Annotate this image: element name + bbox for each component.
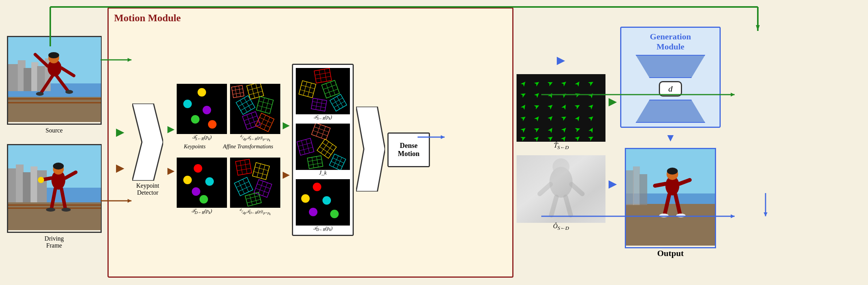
svg-point-83 — [200, 195, 208, 204]
svg-rect-25 — [31, 166, 38, 203]
svg-point-226 — [659, 214, 668, 217]
svg-point-44 — [203, 106, 211, 114]
svg-rect-27 — [8, 202, 101, 230]
green-kp-arrow: ▶ — [167, 124, 174, 134]
driving-kp-image — [177, 158, 227, 208]
to-gen-arrows: ▶ ▶ — [609, 95, 617, 190]
svg-rect-26 — [37, 170, 47, 203]
svg-point-80 — [183, 176, 192, 184]
svg-point-166 — [309, 208, 317, 216]
bridge-driving-kp-image — [296, 179, 350, 226]
svg-marker-40 — [132, 103, 163, 181]
source-image-box — [7, 36, 102, 125]
driving-label: DrivingFrame — [44, 235, 64, 249]
svg-rect-219 — [639, 174, 647, 205]
dense-motion-section: Dense Motion — [387, 132, 430, 167]
blue-right-arrow: ▶ — [557, 54, 565, 66]
svg-rect-8 — [8, 97, 101, 122]
bridge-formula-jk: J_k — [319, 170, 326, 176]
driving-image — [8, 145, 101, 230]
svg-line-222 — [655, 184, 665, 186]
svg-point-45 — [191, 115, 200, 124]
svg-point-164 — [301, 194, 310, 203]
green-affine-arrow: ▶ — [283, 120, 290, 131]
svg-rect-23 — [16, 165, 24, 203]
bridge-jk: J_k — [296, 124, 350, 176]
dense-motion-box: Dense Motion — [387, 132, 430, 167]
svg-rect-216 — [626, 204, 715, 246]
driving-keypoints: 𝒯D←R(pk) — [177, 158, 227, 216]
svg-point-38 — [53, 163, 64, 170]
source-kp-image — [177, 84, 227, 134]
brown-affine-arrow: ▶ — [283, 169, 290, 180]
kp-affine-section: 𝒯S←R(pk) — [177, 84, 280, 215]
brown-input-arrow: ▶ — [116, 161, 124, 174]
dense-output-section: ▶ ➤ ➤ ➤ ➤ ➤ ➤ ➤ — [517, 54, 605, 231]
output-image-box — [625, 148, 716, 248]
svg-point-37 — [61, 208, 71, 212]
driving-section: DrivingFrame — [7, 144, 102, 249]
flow-field-image: ➤ ➤ ➤ ➤ ➤ ➤ ➤ ➤ ➤ ➤ ➤ ➤ ➤ — [517, 74, 605, 142]
images-column: Source — [4, 36, 104, 249]
keypoint-detector-section: Keypoint Detector — [130, 103, 165, 196]
green-input-arrow: ▶ — [116, 126, 124, 138]
svg-point-46 — [208, 120, 217, 129]
svg-point-36 — [46, 208, 55, 212]
green-to-gen-arrow: ▶ — [609, 95, 617, 108]
bridge-box: 𝒯S←R(pk) — [292, 64, 354, 236]
blue-to-gen-arrow: ▶ — [609, 177, 617, 190]
svg-point-19 — [48, 52, 59, 58]
svg-point-39 — [38, 177, 44, 183]
bridge-source-kp-image — [296, 68, 350, 114]
source-label: Source — [46, 127, 63, 134]
svg-point-43 — [183, 100, 192, 108]
bridge-formula-tdr: 𝒯D←R(pk) — [313, 226, 333, 232]
flow-field-section: ➤ ➤ ➤ ➤ ➤ ➤ ➤ ➤ ➤ ➤ ➤ ➤ ➤ — [517, 74, 605, 151]
source-affine-image — [230, 84, 280, 134]
generation-module-title: GenerationModule — [650, 32, 691, 52]
main-container: Source — [0, 0, 868, 285]
svg-rect-136 — [296, 124, 350, 170]
generation-module: GenerationModule d — [620, 27, 721, 128]
occlusion-section: ÔS←D — [517, 155, 605, 231]
svg-point-228 — [667, 168, 678, 175]
dense-motion-label: Dense Motion — [394, 142, 423, 158]
encoder-shape — [636, 55, 705, 78]
bridge-jk-image — [296, 124, 350, 170]
svg-rect-218 — [633, 166, 640, 205]
svg-point-18 — [65, 90, 73, 94]
source-image — [8, 37, 101, 122]
generation-output-section: GenerationModule d ▼ — [620, 27, 721, 258]
svg-point-17 — [36, 92, 44, 96]
motion-module-title: Motion Module — [113, 12, 508, 24]
output-section: Output — [625, 148, 716, 258]
output-label: Output — [657, 248, 684, 258]
driving-affine: d/dp𝒯D←R(p)|p=pk — [230, 158, 280, 216]
big-chevron-shape — [356, 107, 385, 192]
svg-point-167 — [330, 210, 339, 218]
flow-occlusion-column: ➤ ➤ ➤ ➤ ➤ ➤ ➤ ➤ ➤ ➤ ➤ ➤ ➤ — [517, 74, 605, 231]
source-kp-formula: 𝒯S←R(pk) — [192, 134, 212, 141]
driving-kp-affine-row: 𝒯D←R(pk) — [177, 158, 280, 216]
keypoint-detector-label: Keypoint Detector — [130, 182, 165, 196]
d-discriminator: d — [659, 81, 682, 97]
source-section: Source — [7, 36, 102, 134]
down-to-output-arrow: ▼ — [665, 132, 676, 144]
svg-marker-168 — [356, 107, 385, 192]
svg-point-227 — [676, 214, 686, 217]
output-image — [626, 149, 715, 246]
big-chevron — [356, 107, 385, 193]
source-affine: d/dp𝒯S←R(p)|p=pk — [230, 84, 280, 142]
keypoint-detector-shape — [132, 103, 163, 181]
occlusion-image — [517, 155, 605, 223]
svg-point-79 — [194, 164, 202, 173]
bridge-driving-kp: 𝒯D←R(pk) — [296, 179, 350, 232]
svg-rect-217 — [626, 170, 634, 205]
driving-affine-formula: d/dp𝒯D←R(p)|p=pk — [240, 208, 271, 216]
svg-point-81 — [205, 177, 214, 186]
occlusion-label: ÔS←D — [553, 223, 569, 231]
svg-point-42 — [198, 88, 206, 97]
source-affine-formula: d/dp𝒯S←R(p)|p=pk — [240, 134, 270, 142]
driving-affine-image — [230, 158, 280, 208]
svg-point-163 — [313, 183, 321, 191]
